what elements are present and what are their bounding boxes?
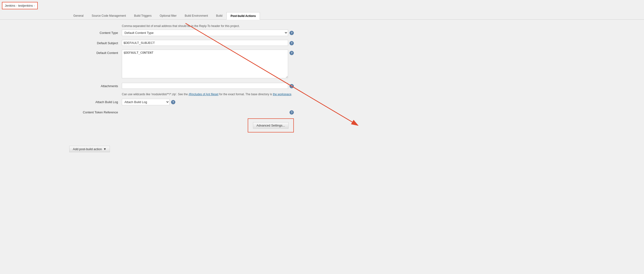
breadcrumb-sep-1: › (16, 4, 17, 7)
workspace-link[interactable]: the workspace (273, 93, 291, 96)
breadcrumb-sep-2: › (34, 4, 35, 7)
tab-build-triggers[interactable]: Build Triggers (130, 12, 156, 19)
ant-fileset-link[interactable]: @includes of Ant fileset (188, 93, 218, 96)
content-token-reference-label: Content Token Reference (69, 109, 122, 114)
tab-general[interactable]: General (69, 12, 88, 19)
advanced-settings-box: Advanced Settings... (248, 118, 294, 132)
content-type-label: Content Type (69, 29, 122, 35)
tab-build-environment[interactable]: Build Environment (180, 12, 212, 19)
content-type-select[interactable]: Default Content Type HTML (text/html) Pl… (122, 29, 288, 36)
attachments-help-icon[interactable]: ? (290, 84, 294, 88)
attachments-label: Attachments (69, 83, 122, 88)
default-subject-label: Default Subject (69, 40, 122, 45)
add-post-build-action-button[interactable]: Add post-build action ▼ (69, 146, 110, 152)
tab-post-build-actions[interactable]: Post-build Actions (226, 12, 260, 19)
form-panel: Comma-separated list of email address th… (0, 19, 644, 142)
attach-build-log-help-icon[interactable]: ? (171, 100, 175, 104)
breadcrumb-jenkins[interactable]: Jenkins (5, 4, 15, 7)
default-content-label: Default Content (69, 50, 122, 55)
advanced-settings-section: Advanced Settings... (69, 118, 294, 132)
bottom-bar: Add post-build action ▼ (0, 142, 644, 156)
attach-build-log-row: Attach Build Log Attach Build Log No Com… (69, 99, 639, 105)
content-token-reference-help-icon[interactable]: ? (290, 110, 294, 115)
breadcrumb: Jenkins › testjenkins › (2, 2, 38, 9)
tab-bar: General Source Code Management Build Tri… (0, 0, 644, 19)
tab-build[interactable]: Build (212, 12, 227, 19)
default-content-help-icon[interactable]: ? (290, 51, 294, 55)
tab-source-code-management[interactable]: Source Code Management (88, 12, 130, 19)
dropdown-arrow-icon: ▼ (103, 147, 106, 151)
reply-to-hint: Comma-separated list of email address th… (122, 24, 294, 28)
content-token-reference-row: Content Token Reference ? (69, 109, 639, 115)
attach-build-log-select[interactable]: Attach Build Log No Compress Build Log (122, 99, 170, 105)
breadcrumb-testjenkins[interactable]: testjenkins (18, 4, 33, 7)
default-subject-row: Default Subject ? (69, 40, 639, 46)
content-type-help-icon[interactable]: ? (290, 31, 294, 35)
attach-build-log-label: Attach Build Log (69, 99, 122, 104)
attachments-input[interactable] (122, 83, 288, 89)
default-content-row: Default Content ? (69, 50, 639, 79)
attachments-row: Attachments ? (69, 83, 639, 89)
attachments-hint: Can use wildcards like 'module/dist/**/*… (122, 93, 294, 96)
default-subject-help-icon[interactable]: ? (290, 41, 294, 45)
content-type-row: Content Type Default Content Type HTML (… (69, 29, 639, 36)
default-subject-input[interactable] (122, 40, 288, 46)
default-content-textarea[interactable] (122, 50, 288, 78)
tab-optional-filter[interactable]: Optional filter (156, 12, 181, 19)
advanced-settings-button[interactable]: Advanced Settings... (253, 122, 288, 129)
main-content: Comma-separated list of email address th… (0, 19, 644, 161)
